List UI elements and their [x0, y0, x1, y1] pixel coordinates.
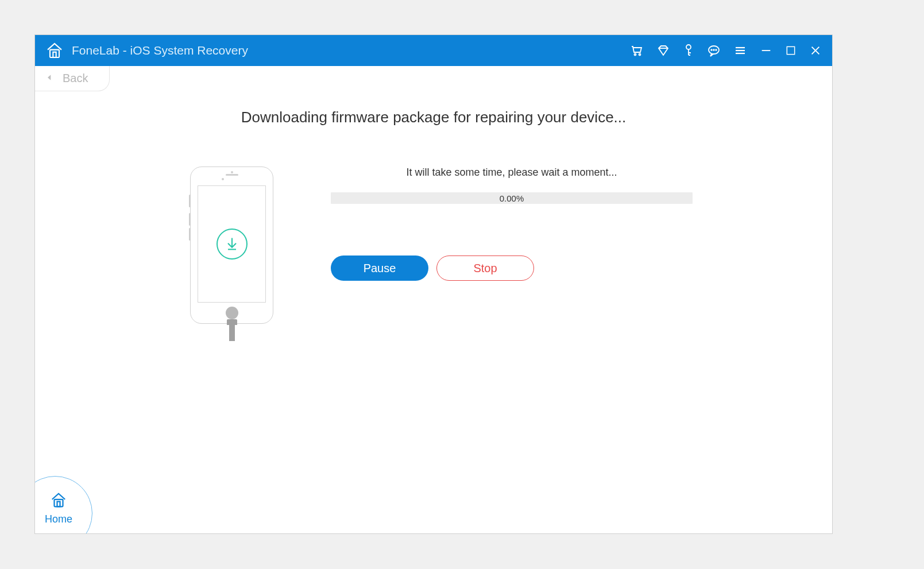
home-button[interactable]: Home: [35, 476, 92, 533]
minimize-icon[interactable]: [760, 44, 772, 57]
svg-point-3: [639, 54, 641, 56]
back-button[interactable]: Back: [35, 66, 110, 91]
svg-rect-18: [55, 499, 63, 506]
page-heading: Downloading firmware package for repairi…: [81, 109, 786, 126]
svg-rect-19: [57, 501, 60, 506]
home-logo-icon[interactable]: [45, 41, 64, 60]
svg-point-7: [713, 49, 714, 51]
titlebar: FoneLab - iOS System Recovery: [35, 35, 832, 66]
progress-bar: 0.00%: [331, 192, 693, 204]
phone-illustration: [190, 167, 273, 341]
svg-rect-0: [50, 50, 59, 57]
home-label: Home: [45, 513, 72, 525]
download-icon: [216, 229, 248, 260]
back-arrow-icon: [45, 73, 55, 84]
home-icon: [50, 491, 67, 511]
menu-icon[interactable]: [733, 44, 747, 57]
app-window: FoneLab - iOS System Recovery: [34, 34, 833, 534]
main-row: It will take some time, please wait a mo…: [81, 167, 786, 341]
titlebar-left: FoneLab - iOS System Recovery: [45, 41, 248, 60]
app-title: FoneLab - iOS System Recovery: [72, 44, 248, 57]
close-icon[interactable]: [809, 44, 822, 57]
home-corner-container: Home: [35, 465, 104, 533]
back-label: Back: [63, 72, 88, 85]
svg-point-6: [711, 49, 712, 51]
svg-point-4: [686, 45, 691, 49]
titlebar-right: [630, 44, 822, 57]
stop-button[interactable]: Stop: [436, 256, 534, 281]
svg-point-8: [716, 49, 717, 51]
status-panel: It will take some time, please wait a mo…: [331, 167, 693, 341]
maximize-icon[interactable]: [785, 45, 797, 56]
svg-rect-1: [53, 52, 56, 57]
pause-button[interactable]: Pause: [331, 256, 428, 281]
progress-value: 0.00%: [500, 193, 524, 203]
svg-rect-13: [787, 47, 794, 54]
cart-icon[interactable]: [630, 44, 644, 57]
button-row: Pause Stop: [331, 256, 693, 281]
diamond-icon[interactable]: [656, 44, 670, 57]
chat-icon[interactable]: [707, 44, 721, 57]
content-area: Downloading firmware package for repairi…: [35, 91, 832, 533]
wait-text: It will take some time, please wait a mo…: [331, 167, 693, 179]
key-icon[interactable]: [683, 44, 694, 57]
svg-point-2: [635, 54, 636, 56]
